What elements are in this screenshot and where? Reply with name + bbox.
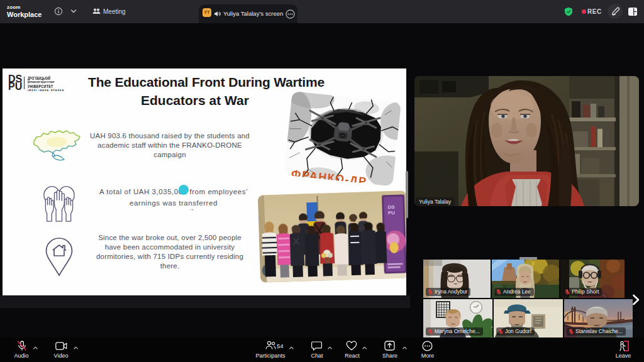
svg-text:PU: PU — [388, 210, 396, 216]
svg-text:DS: DS — [387, 204, 395, 210]
